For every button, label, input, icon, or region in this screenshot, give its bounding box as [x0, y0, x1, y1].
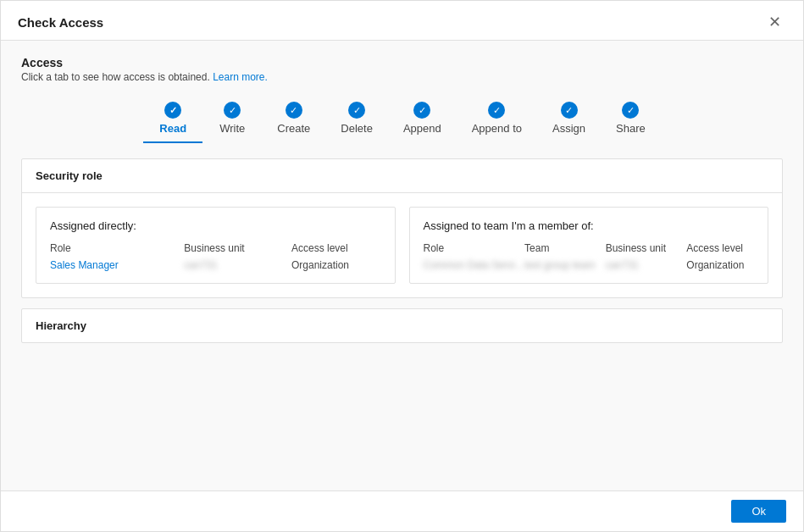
- role-prefix: Sales: [50, 259, 75, 271]
- directly-col-access-label: Access level: [291, 242, 381, 254]
- tab-append-to-check-icon: ✓: [488, 102, 505, 119]
- tab-write[interactable]: ✓ Write: [202, 97, 262, 143]
- access-subtitle: Click a tab to see how access is obtaine…: [21, 71, 783, 83]
- tab-append-to-label: Append to: [472, 122, 522, 135]
- tab-append-to[interactable]: ✓ Append to: [457, 97, 537, 143]
- directly-col-role-label: Role: [50, 242, 184, 254]
- directly-table-header: Role Business unit Access level: [50, 242, 381, 254]
- team-col-role-label: Role: [424, 242, 525, 254]
- security-role-content: Assigned directly: Role Business unit Ac…: [22, 193, 782, 297]
- tab-assign-label: Assign: [552, 122, 585, 135]
- check-access-dialog: Check Access ✕ Access Click a tab to see…: [0, 0, 804, 532]
- assigned-directly-box: Assigned directly: Role Business unit Ac…: [36, 207, 396, 284]
- role-suffix: Manager: [78, 259, 118, 271]
- tab-share[interactable]: ✓ Share: [601, 97, 661, 143]
- team-team-value: test group team: [524, 259, 606, 271]
- dialog-body: Access Click a tab to see how access is …: [1, 41, 803, 490]
- tab-append-check-icon: ✓: [413, 102, 430, 119]
- directly-table-row: Sales Manager can731 Organization: [50, 259, 381, 271]
- tab-delete[interactable]: ✓ Delete: [325, 97, 388, 143]
- sales-manager-link[interactable]: Sales Manager: [50, 259, 119, 271]
- directly-bu-value: can731: [184, 259, 291, 271]
- dialog-title: Check Access: [18, 15, 103, 30]
- assigned-team-box: Assigned to team I'm a member of: Role T…: [409, 207, 769, 284]
- tab-delete-check-icon: ✓: [348, 102, 365, 119]
- dialog-header: Check Access ✕: [1, 1, 803, 41]
- close-button[interactable]: ✕: [763, 13, 786, 31]
- team-role-value: Common Data Servi...: [424, 259, 525, 271]
- assigned-directly-heading: Assigned directly:: [50, 219, 381, 232]
- access-subtitle-text: Click a tab to see how access is obtaine…: [21, 71, 210, 83]
- team-bu-value: can731: [606, 259, 687, 271]
- tab-share-check-icon: ✓: [622, 102, 639, 119]
- assigned-team-heading: Assigned to team I'm a member of:: [424, 219, 755, 232]
- tab-read-check-icon: ✓: [164, 102, 181, 119]
- hierarchy-card: Hierarchy: [21, 308, 783, 343]
- tab-read-label: Read: [159, 122, 186, 135]
- access-header: Access Click a tab to see how access is …: [21, 56, 783, 83]
- tab-read[interactable]: ✓ Read: [143, 97, 202, 143]
- security-role-title: Security role: [22, 159, 782, 193]
- tab-assign-check-icon: ✓: [561, 102, 578, 119]
- team-table-header: Role Team Business unit Access level: [424, 242, 755, 254]
- dialog-footer: Ok: [1, 490, 803, 531]
- tab-share-label: Share: [616, 122, 646, 135]
- team-col-bu-label: Business unit: [606, 242, 687, 254]
- tab-assign[interactable]: ✓ Assign: [537, 97, 601, 143]
- tab-delete-label: Delete: [341, 122, 373, 135]
- team-access-value: Organization: [686, 259, 754, 271]
- tab-append[interactable]: ✓ Append: [388, 97, 457, 143]
- tab-create-check-icon: ✓: [286, 102, 302, 119]
- team-col-access-label: Access level: [686, 242, 754, 254]
- tab-create-label: Create: [277, 122, 310, 135]
- access-title: Access: [21, 56, 783, 69]
- tab-write-check-icon: ✓: [224, 102, 241, 119]
- team-col-team-label: Team: [524, 242, 606, 254]
- directly-access-value: Organization: [291, 259, 381, 271]
- security-role-card: Security role Assigned directly: Role Bu…: [21, 158, 783, 298]
- team-table-row: Common Data Servi... test group team can…: [424, 259, 755, 271]
- hierarchy-title: Hierarchy: [22, 309, 782, 342]
- tab-write-label: Write: [219, 122, 245, 135]
- directly-role-value: Sales Manager: [50, 259, 184, 271]
- learn-more-link[interactable]: Learn more.: [213, 71, 268, 83]
- directly-col-bu-label: Business unit: [184, 242, 291, 254]
- tabs-row: ✓ Read ✓ Write ✓ Create ✓ Delete ✓ Appen…: [21, 97, 783, 143]
- tab-append-label: Append: [403, 122, 441, 135]
- ok-button[interactable]: Ok: [731, 500, 786, 523]
- tab-create[interactable]: ✓ Create: [262, 97, 325, 143]
